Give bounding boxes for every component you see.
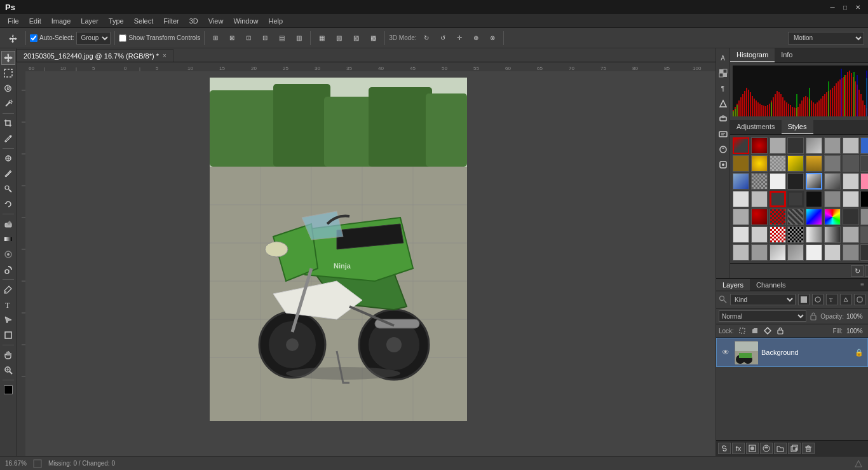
eraser-tool[interactable] <box>1 217 15 231</box>
style-swatch-44[interactable] <box>787 226 804 243</box>
lock-pixels-btn[interactable] <box>750 326 759 335</box>
style-swatch-41[interactable] <box>733 226 749 243</box>
ai-btn-3[interactable]: ¶ <box>716 81 730 95</box>
type-tool[interactable]: T <box>1 298 15 312</box>
style-swatch-52[interactable] <box>787 244 804 261</box>
style-swatch-11[interactable] <box>770 155 786 172</box>
menu-layer[interactable]: Layer <box>76 16 104 26</box>
style-swatch-16[interactable] <box>860 155 868 172</box>
menu-edit[interactable]: Edit <box>24 16 46 26</box>
style-swatch-49[interactable] <box>733 244 749 261</box>
style-swatch-27[interactable] <box>770 191 786 207</box>
style-swatch-22[interactable] <box>824 173 841 190</box>
ai-btn-2[interactable] <box>716 66 730 80</box>
blend-mode-select[interactable]: Normal Multiply Screen Overlay <box>719 310 806 322</box>
add-mask-btn[interactable] <box>746 443 759 454</box>
distribute-c-btn[interactable]: ▨ <box>349 32 363 43</box>
lock-all-btn[interactable] <box>776 326 785 335</box>
style-swatch-25[interactable] <box>733 191 749 207</box>
style-swatch-54[interactable] <box>824 244 841 261</box>
menu-view[interactable]: View <box>203 16 229 26</box>
dodge-tool[interactable] <box>1 263 15 277</box>
menu-file[interactable]: File <box>3 16 24 26</box>
align-right-btn[interactable]: ⊡ <box>241 32 255 43</box>
layer-visibility-btn[interactable]: 👁 <box>721 347 731 357</box>
style-swatch-8[interactable] <box>860 137 868 154</box>
blur-tool[interactable] <box>1 247 15 261</box>
style-swatch-40[interactable] <box>860 209 868 225</box>
menu-image[interactable]: Image <box>46 16 76 26</box>
3d-slide-btn[interactable]: ⊕ <box>469 32 483 43</box>
distribute-v-btn[interactable]: ▧ <box>332 32 346 43</box>
style-swatch-50[interactable] <box>751 244 768 261</box>
transform-checkbox[interactable] <box>119 34 126 42</box>
style-swatch-42[interactable] <box>751 226 768 243</box>
style-swatch-45[interactable] <box>806 226 822 243</box>
path-select-tool[interactable] <box>1 313 15 327</box>
rectangular-marquee-tool[interactable] <box>1 66 15 80</box>
style-swatch-28[interactable] <box>787 191 804 207</box>
style-swatch-55[interactable] <box>843 244 859 261</box>
styles-delete-btn[interactable]: 🗑 <box>865 265 868 277</box>
pen-tool[interactable] <box>1 282 15 296</box>
style-swatch-37[interactable] <box>806 209 822 225</box>
info-tab[interactable]: Info <box>775 48 799 62</box>
style-swatch-9[interactable] <box>733 155 749 172</box>
healing-brush-tool[interactable] <box>1 151 15 165</box>
magic-wand-tool[interactable] <box>1 97 15 111</box>
layers-panel-menu[interactable]: ≡ <box>857 279 868 291</box>
minimize-button[interactable]: ─ <box>827 2 837 12</box>
3d-roll-btn[interactable]: ↺ <box>436 32 450 43</box>
canvas-content[interactable]: Ninja <box>25 71 715 456</box>
adjustments-tab[interactable]: Adjustments <box>730 120 782 134</box>
eyedropper-tool[interactable] <box>1 132 15 146</box>
layers-kind-select[interactable]: Kind <box>730 294 796 305</box>
menu-help[interactable]: Help <box>264 16 288 26</box>
gradient-tool[interactable] <box>1 232 15 246</box>
align-middle-btn[interactable]: ▤ <box>275 32 289 43</box>
3d-pan-btn[interactable]: ✛ <box>452 32 466 43</box>
style-swatch-56[interactable] <box>860 244 868 261</box>
style-swatch-18[interactable] <box>751 173 768 190</box>
ai-btn-6[interactable] <box>716 127 730 141</box>
ai-btn-4[interactable] <box>716 97 730 111</box>
style-swatch-5[interactable] <box>806 137 822 154</box>
style-swatch-23[interactable] <box>843 173 859 190</box>
close-button[interactable]: ✕ <box>853 2 863 12</box>
style-swatch-48[interactable] <box>860 226 868 243</box>
ai-btn-7[interactable] <box>716 142 730 156</box>
style-swatch-38[interactable] <box>824 209 841 225</box>
zoom-tool[interactable] <box>1 363 15 377</box>
style-swatch-26[interactable] <box>751 191 768 207</box>
add-style-btn[interactable]: fx <box>732 443 745 454</box>
new-layer-btn[interactable] <box>788 443 801 454</box>
maximize-button[interactable]: □ <box>840 2 850 12</box>
styles-recycle-btn[interactable]: ↻ <box>851 265 864 277</box>
hand-tool[interactable] <box>1 348 15 362</box>
history-brush-tool[interactable] <box>1 197 15 211</box>
menu-window[interactable]: Window <box>228 16 263 26</box>
style-swatch-53[interactable] <box>806 244 822 261</box>
align-left-btn[interactable]: ⊞ <box>208 32 222 43</box>
menu-filter[interactable]: Filter <box>158 16 184 26</box>
style-swatch-46[interactable] <box>824 226 841 243</box>
style-swatch-47[interactable] <box>843 226 859 243</box>
style-swatch-2[interactable] <box>751 137 768 154</box>
delete-layer-btn[interactable] <box>802 443 815 454</box>
align-center-h-btn[interactable]: ⊠ <box>225 32 239 43</box>
new-adjustment-btn[interactable] <box>760 443 773 454</box>
style-swatch-31[interactable] <box>843 191 859 207</box>
motion-select[interactable]: Motion <box>788 32 864 45</box>
ai-btn-8[interactable] <box>716 158 730 172</box>
style-swatch-51[interactable] <box>770 244 786 261</box>
style-swatch-17[interactable] <box>733 173 749 190</box>
shape-tool[interactable] <box>1 328 15 342</box>
style-swatch-34[interactable] <box>751 209 768 225</box>
menu-select[interactable]: Select <box>129 16 159 26</box>
lock-position-btn[interactable] <box>763 326 772 335</box>
style-swatch-13[interactable] <box>806 155 822 172</box>
layers-filter-pixel-btn[interactable] <box>798 294 810 305</box>
style-swatch-15[interactable] <box>843 155 859 172</box>
style-swatch-35[interactable] <box>770 209 786 225</box>
style-swatch-12[interactable] <box>787 155 804 172</box>
